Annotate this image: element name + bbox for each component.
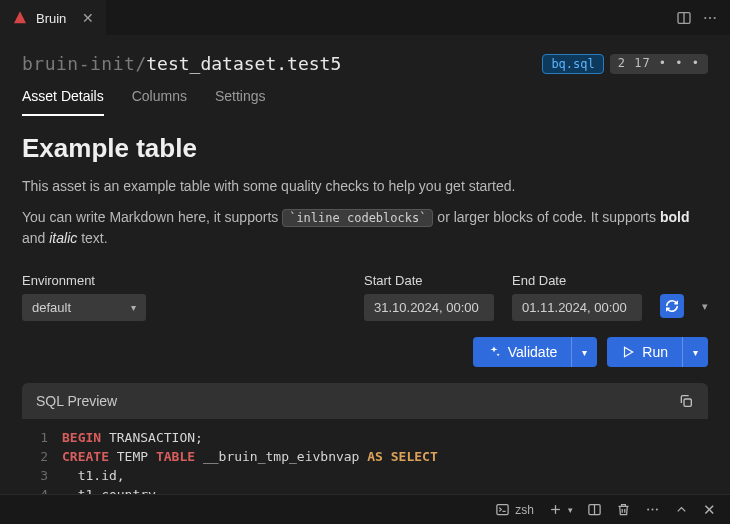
- chevron-down-icon: ▾: [582, 347, 587, 358]
- inline-code-example: `inline codeblocks`: [282, 209, 433, 227]
- asset-description-line2: You can write Markdown here, it supports…: [22, 207, 708, 249]
- svg-point-3: [709, 16, 711, 18]
- environment-value: default: [32, 300, 71, 315]
- start-date-field[interactable]: 31.10.2024, 00:00: [364, 294, 494, 321]
- badges: bq.sql 2 17 • • •: [542, 54, 708, 74]
- desc-text: or larger blocks of code. It supports: [433, 209, 659, 225]
- content: bruin-init/test_dataset.test5 bq.sql 2 1…: [0, 35, 730, 524]
- close-panel-icon[interactable]: ✕: [703, 501, 716, 519]
- breadcrumb-main: test_dataset.test5: [146, 53, 341, 74]
- language-badge: bq.sql: [542, 54, 603, 74]
- start-date-group: Start Date 31.10.2024, 00:00: [364, 273, 494, 321]
- breadcrumb: bruin-init/test_dataset.test5: [22, 53, 341, 74]
- validate-dropdown[interactable]: ▾: [571, 337, 597, 367]
- start-date-label: Start Date: [364, 273, 494, 288]
- chevron-down-icon: ▾: [131, 302, 136, 313]
- action-row: Validate ▾ Run ▾: [22, 337, 708, 367]
- tab-settings[interactable]: Settings: [215, 88, 266, 116]
- controls-row: Environment default ▾ Start Date 31.10.2…: [22, 273, 708, 321]
- chevron-down-icon: ▾: [568, 505, 573, 515]
- environment-label: Environment: [22, 273, 146, 288]
- end-date-label: End Date: [512, 273, 642, 288]
- new-terminal-button[interactable]: ▾: [548, 502, 573, 517]
- more-icon[interactable]: [702, 10, 718, 26]
- svg-marker-5: [625, 347, 633, 356]
- split-editor-icon[interactable]: [676, 10, 692, 26]
- sql-line: 1BEGIN TRANSACTION;: [22, 429, 708, 448]
- breadcrumb-slash: /: [135, 53, 146, 74]
- bruin-icon: [12, 10, 28, 26]
- asset-description-line1: This asset is an example table with some…: [22, 176, 708, 197]
- shell-name: zsh: [515, 503, 534, 517]
- desc-text: and: [22, 230, 49, 246]
- end-date-field[interactable]: 01.11.2024, 00:00: [512, 294, 642, 321]
- end-date-group: End Date 01.11.2024, 00:00: [512, 273, 642, 321]
- svg-point-2: [704, 16, 706, 18]
- svg-point-4: [714, 16, 716, 18]
- run-label: Run: [642, 344, 668, 360]
- svg-point-13: [647, 509, 649, 511]
- close-icon[interactable]: ✕: [82, 10, 94, 26]
- chevron-up-icon[interactable]: [674, 502, 689, 517]
- run-button[interactable]: Run ▾: [607, 337, 708, 367]
- terminal-indicator[interactable]: zsh: [495, 502, 534, 517]
- validate-button[interactable]: Validate ▾: [473, 337, 598, 367]
- sql-preview-title: SQL Preview: [36, 393, 117, 409]
- meta-badge: 2 17 • • •: [610, 54, 708, 74]
- page-title: Example table: [22, 133, 708, 164]
- tab-label: Bruin: [36, 11, 66, 26]
- validate-label: Validate: [508, 344, 558, 360]
- sql-line: 2CREATE TEMP TABLE __bruin_tmp_eivbnvap …: [22, 448, 708, 467]
- svg-point-14: [652, 509, 654, 511]
- more-icon[interactable]: [645, 502, 660, 517]
- editor-tab[interactable]: Bruin ✕: [0, 0, 106, 35]
- svg-point-15: [656, 509, 658, 511]
- sql-line: 3 t1.id,: [22, 467, 708, 486]
- bold-example: bold: [660, 209, 690, 225]
- tab-asset-details[interactable]: Asset Details: [22, 88, 104, 116]
- desc-text: You can write Markdown here, it supports: [22, 209, 282, 225]
- environment-select[interactable]: default ▾: [22, 294, 146, 321]
- refresh-icon: [665, 299, 679, 313]
- chevron-down-icon[interactable]: ▾: [702, 300, 708, 313]
- chevron-down-icon: ▾: [693, 347, 698, 358]
- titlebar: Bruin ✕: [0, 0, 730, 35]
- trash-icon[interactable]: [616, 502, 631, 517]
- svg-rect-7: [497, 505, 508, 515]
- breadcrumb-row: bruin-init/test_dataset.test5 bq.sql 2 1…: [22, 53, 708, 74]
- sparkle-icon: [487, 345, 501, 359]
- environment-group: Environment default ▾: [22, 273, 146, 321]
- italic-example: italic: [49, 230, 77, 246]
- refresh-button[interactable]: [660, 294, 684, 318]
- svg-rect-6: [684, 399, 691, 406]
- sql-preview-header: SQL Preview: [22, 383, 708, 419]
- plus-icon: [548, 502, 563, 517]
- split-terminal-icon[interactable]: [587, 502, 602, 517]
- copy-icon[interactable]: [678, 393, 694, 409]
- inner-tabs: Asset Details Columns Settings: [22, 88, 708, 117]
- statusbar: zsh ▾ ✕: [0, 494, 730, 524]
- terminal-icon: [495, 502, 510, 517]
- breadcrumb-prefix: bruin-init: [22, 53, 135, 74]
- desc-text: text.: [77, 230, 107, 246]
- play-icon: [621, 345, 635, 359]
- tab-columns[interactable]: Columns: [132, 88, 187, 116]
- run-dropdown[interactable]: ▾: [682, 337, 708, 367]
